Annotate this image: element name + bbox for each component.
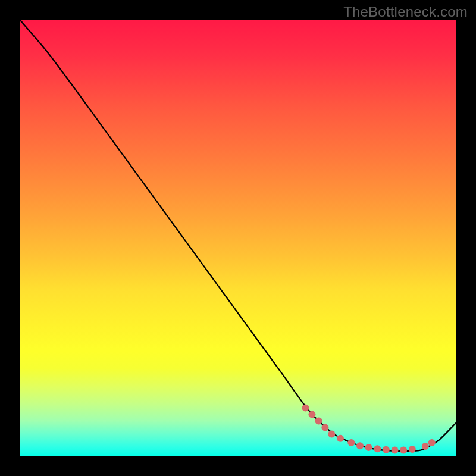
marker [409, 446, 416, 453]
marker [302, 404, 309, 411]
marker [400, 446, 407, 453]
chart-svg [20, 20, 456, 456]
marker [321, 424, 328, 431]
marker [383, 446, 390, 453]
marker [428, 439, 436, 446]
marker [422, 443, 429, 450]
marker [365, 444, 372, 451]
main-curve [20, 20, 456, 451]
marker [315, 417, 322, 424]
marker [374, 445, 381, 452]
watermark-text: TheBottleneck.com [343, 4, 468, 20]
marker [308, 411, 315, 418]
chart-area [20, 20, 456, 456]
marker [356, 442, 364, 449]
marker [392, 446, 399, 453]
markers [302, 404, 435, 453]
marker [328, 430, 335, 437]
marker [337, 435, 344, 442]
marker [347, 439, 355, 446]
